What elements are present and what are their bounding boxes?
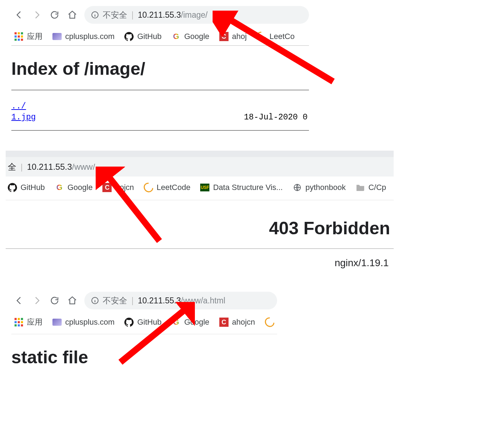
- bookmarks-bar: 应用 cplusplus.com GitHub G Google C ahoj: [11, 28, 309, 45]
- bookmark-apps[interactable]: 应用: [14, 31, 43, 42]
- bookmark-github-label: GitHub: [137, 318, 161, 327]
- server-signature: nginx/1.19.1: [6, 257, 389, 269]
- screenshot-2: 全 | 10.211.55.3/www/ GitHub G Google C h…: [6, 151, 394, 269]
- bookmark-apps-label: 应用: [27, 31, 43, 42]
- bookmark-google[interactable]: G Google: [55, 183, 92, 192]
- bookmark-github[interactable]: GitHub: [124, 32, 161, 41]
- bookmark-pythonbook[interactable]: pythonbook: [293, 183, 346, 192]
- url-host: 10.211.55.3: [138, 10, 181, 20]
- address-bar[interactable]: 不安全 | 10.211.55.3/image/: [84, 6, 309, 24]
- bookmark-leetcode-label: LeetCo: [269, 32, 294, 41]
- bookmark-ccpp-folder[interactable]: C/Cp: [356, 183, 386, 192]
- tab-strip: [6, 151, 394, 157]
- leetcode-icon: [144, 183, 153, 192]
- leetcode-icon: [265, 318, 274, 327]
- ahojcn-icon: C: [219, 32, 229, 41]
- bookmark-cplusplus[interactable]: cplusplus.com: [52, 32, 114, 41]
- bookmark-dsv-label: Data Structure Vis...: [213, 183, 282, 192]
- ahojcn-icon: C: [102, 183, 112, 192]
- leetcode-icon: [257, 32, 266, 41]
- google-icon: G: [171, 318, 181, 327]
- bookmark-ahojcn-label: hojcn: [115, 183, 134, 192]
- bookmark-github-label: GitHub: [137, 32, 161, 41]
- url-host: 10.211.55.3: [138, 296, 181, 306]
- bookmark-ahojcn-label: ahojcn: [232, 318, 255, 327]
- github-icon: [8, 183, 17, 192]
- home-button[interactable]: [64, 293, 80, 308]
- page-content: Index of /image/ ../ 1.jpg 18-Jul-2020 0: [11, 46, 309, 131]
- directory-listing: ../ 1.jpg 18-Jul-2020 0: [11, 101, 309, 123]
- page-content: 403 Forbidden nginx/1.19.1: [6, 200, 394, 269]
- usf-icon: USF: [200, 183, 209, 192]
- security-label: 不安全: [103, 295, 127, 306]
- browser-toolbar: 不安全 | 10.211.55.3/www/a.html: [11, 290, 277, 311]
- security-label: 不安全: [103, 10, 127, 21]
- bookmark-leetcode[interactable]: LeetCode: [144, 183, 190, 192]
- bookmarks-bar: 应用 cplusplus.com GitHub G Google C ahojc…: [11, 313, 277, 334]
- url-path: /www/a.html: [181, 296, 225, 306]
- cplusplus-icon: [52, 318, 62, 327]
- bookmark-github[interactable]: GitHub: [124, 318, 161, 327]
- apps-icon: [14, 318, 23, 327]
- page-heading: static file: [11, 347, 277, 368]
- file-date: 18-Jul-2020 0: [244, 112, 308, 123]
- bookmark-cplusplus-label: cplusplus.com: [65, 318, 114, 327]
- bookmark-ahojcn[interactable]: C hojcn: [102, 183, 134, 192]
- back-button[interactable]: [11, 293, 27, 308]
- page-heading: 403 Forbidden: [6, 218, 390, 239]
- bookmark-apps[interactable]: 应用: [14, 317, 43, 327]
- bookmark-google[interactable]: G Google: [171, 318, 209, 327]
- bookmark-ccpp-label: C/Cp: [368, 183, 386, 192]
- bookmarks-bar: GitHub G Google C hojcn LeetCode USF Dat…: [6, 179, 394, 200]
- screenshot-3: 不安全 | 10.211.55.3/www/a.html 应用 cplusplu…: [11, 290, 277, 368]
- bookmark-leetcode[interactable]: LeetCo: [257, 32, 294, 41]
- reload-button[interactable]: [47, 293, 62, 308]
- bookmark-google[interactable]: G Google: [171, 32, 209, 41]
- forward-button[interactable]: [29, 293, 45, 308]
- google-icon: G: [55, 183, 64, 192]
- url-path: /image/: [181, 10, 208, 20]
- github-icon: [124, 32, 134, 41]
- bookmark-cplusplus[interactable]: cplusplus.com: [52, 318, 114, 327]
- bookmark-pythonbook-label: pythonbook: [305, 183, 346, 192]
- github-icon: [124, 318, 134, 327]
- address-bar[interactable]: 全 | 10.211.55.3/www/: [6, 157, 394, 177]
- bookmark-leetcode[interactable]: C: [265, 318, 277, 327]
- separator: |: [131, 10, 134, 20]
- separator: |: [131, 296, 134, 306]
- browser-toolbar: 不安全 | 10.211.55.3/image/: [11, 4, 309, 26]
- bookmark-ahojcn[interactable]: C ahoj: [219, 32, 247, 41]
- home-button[interactable]: [64, 7, 80, 23]
- site-info-icon[interactable]: [91, 296, 99, 305]
- heading-divider: [6, 248, 394, 249]
- file-link[interactable]: 1.jpg: [11, 112, 36, 123]
- back-button[interactable]: [11, 7, 27, 23]
- google-icon: G: [171, 32, 181, 41]
- bookmark-apps-label: 应用: [27, 317, 43, 327]
- separator: |: [21, 162, 23, 172]
- address-bar[interactable]: 不安全 | 10.211.55.3/www/a.html: [84, 292, 277, 309]
- bookmark-github-label: GitHub: [21, 183, 45, 192]
- url-path: /www/: [72, 162, 95, 172]
- folder-icon: [356, 183, 365, 192]
- bookmark-google-label: Google: [67, 183, 92, 192]
- bookmark-leetcode-label: LeetCode: [157, 183, 190, 192]
- cplusplus-icon: [52, 32, 62, 41]
- page-heading: Index of /image/: [11, 58, 309, 79]
- ahojcn-icon: C: [219, 318, 229, 327]
- reload-button[interactable]: [47, 7, 62, 23]
- bookmark-cplusplus-label: cplusplus.com: [65, 32, 114, 41]
- bookmark-ahojcn-label: ahoj: [232, 32, 247, 41]
- listing-divider: [11, 130, 309, 131]
- forward-button[interactable]: [29, 7, 45, 23]
- url-host: 10.211.55.3: [27, 162, 72, 172]
- bookmark-ahojcn[interactable]: C ahojcn: [219, 318, 255, 327]
- apps-icon: [14, 32, 23, 41]
- bookmark-google-label: Google: [184, 32, 209, 41]
- bookmark-google-label: Google: [184, 318, 209, 327]
- site-info-icon[interactable]: [91, 11, 99, 19]
- bookmark-github[interactable]: GitHub: [8, 183, 45, 192]
- parent-dir-link[interactable]: ../: [11, 101, 36, 112]
- bookmark-dsv[interactable]: USF Data Structure Vis...: [200, 183, 282, 192]
- globe-icon: [293, 183, 302, 192]
